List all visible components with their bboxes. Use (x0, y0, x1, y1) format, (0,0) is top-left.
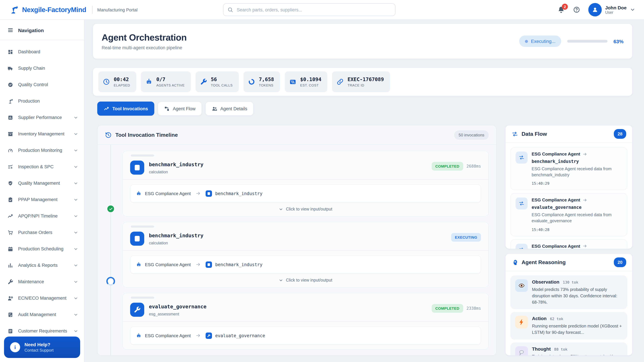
stat-value: 0/7 (156, 76, 185, 82)
page-header-panel: Agent Orchestration Real-time multi-agen… (92, 23, 632, 59)
swap-arrows-icon (516, 151, 528, 164)
progress-bar (567, 40, 608, 42)
stats-panel: 00:42 ELAPSED 0/7 AGENTS ACTIVE 56 (92, 67, 632, 96)
sidebar-item[interactable]: Supply Chain (0, 60, 84, 76)
sidebar-item[interactable]: ECN/ECO Management (0, 290, 84, 306)
sidebar-item[interactable]: Production (0, 93, 84, 109)
data-flow-item-desc: ESG Compliance Agent received data from … (532, 212, 622, 224)
agent-reasoning-header: Agent Reasoning 20 (506, 254, 632, 271)
arrow-right-icon (196, 262, 201, 267)
sidebar-item[interactable]: Inspection & SPC (0, 159, 84, 175)
sidebar-item[interactable]: Production Scheduling (0, 241, 84, 257)
data-flow-panel: Data Flow 28 ESG Compliance Agent (505, 125, 632, 249)
hamburger-menu-icon[interactable] (8, 27, 14, 33)
head-gear-icon (512, 259, 518, 266)
invocation-card[interactable]: evaluate_governance esg_assessment COMPL… (122, 293, 489, 350)
sidebar-item-label: Customer Requirements (18, 329, 69, 334)
sidebar-item[interactable]: Maintenance (0, 274, 84, 290)
sidebar-item-label: APQP/NPI Timeline (18, 214, 69, 219)
content-columns: Tool Invocation Timeline 50 invocations (97, 125, 632, 356)
duration-label: 2688ms (466, 164, 481, 169)
sidebar-item-icon (8, 213, 14, 219)
notifications-bell-icon[interactable]: 2 (558, 6, 565, 13)
sidebar-item[interactable]: Purchase Orders (0, 224, 84, 241)
invocation-card[interactable]: benchmark_industry calculation EXECUTING (122, 222, 489, 288)
sidebar-item[interactable]: Dashboard (0, 43, 84, 60)
tab-label: Agent Flow (173, 106, 196, 111)
sidebar: Navigation Dashboard Supply Chain (0, 20, 84, 362)
need-help-card[interactable]: i Need Help? Contact Support (4, 337, 80, 358)
sidebar-item[interactable]: Supplier Performance (0, 109, 84, 126)
sidebar-item[interactable]: Production Monitoring (0, 142, 84, 159)
flow-tool-name: evaluate_governance (215, 333, 265, 338)
chevron-down-icon (630, 7, 635, 12)
reasoning-tokens: 130 tok (563, 280, 578, 285)
sidebar-item-label: Quality Control (18, 82, 78, 87)
tool-name: benchmark_industry (149, 161, 204, 168)
stat-value: 7,658 (259, 76, 274, 82)
tool-name: benchmark_industry (149, 232, 204, 239)
invocation-card[interactable]: benchmark_industry calculation COMPLETED… (122, 151, 489, 217)
sidebar-item-icon (8, 328, 14, 334)
data-flow-item[interactable]: ESG Compliance Agent assess_social_metri… (510, 239, 627, 249)
data-flow-item-title: ESG Compliance Agent benchmark_industry (532, 151, 622, 164)
agent-tool-flow: ESG Compliance Agent evaluate_governance (130, 327, 481, 345)
page-subtitle: Real-time multi-agent execution pipeline (102, 45, 187, 50)
status-badge: COMPLETED (432, 304, 463, 313)
sidebar-item[interactable]: Analytics & Reports (0, 257, 84, 274)
expand-io-toggle[interactable]: Click to view input/output (130, 278, 481, 283)
user-menu[interactable]: John Doe User (588, 3, 635, 16)
tool-category: calculation (149, 241, 204, 245)
sidebar-item[interactable]: Quality Management (0, 175, 84, 191)
sidebar-item-label: Audit Management (18, 312, 69, 317)
stat-card: 00:42 ELAPSED (98, 71, 136, 92)
agent-reasoning-count-badge: 20 (614, 257, 626, 267)
reasoning-tokens: 88 tok (554, 347, 568, 352)
swap-arrows-icon (512, 131, 518, 137)
sidebar-item[interactable]: APQP/NPI Timeline (0, 208, 84, 224)
sidebar-item-label: ECN/ECO Management (18, 296, 69, 301)
timeline-body: benchmark_industry calculation COMPLETED… (98, 145, 496, 355)
data-flow-item[interactable]: ESG Compliance Agent evaluate_governance… (510, 193, 627, 236)
timeline-title: Tool Invocation Timeline (116, 132, 451, 138)
sidebar-item-label: Quality Management (18, 181, 69, 186)
tab[interactable]: Agent Details (205, 102, 254, 116)
topbar: Nexgile-FactoryMind Manufacturing Portal… (0, 0, 644, 20)
tab-label: Tool Invocations (112, 106, 148, 111)
brand[interactable]: Nexgile-FactoryMind Manufacturing Portal (9, 5, 138, 15)
chevron-down-icon (74, 247, 78, 251)
sidebar-item[interactable]: PPAP Management (0, 191, 84, 208)
reasoning-item-icon (515, 346, 528, 356)
sidebar-item[interactable]: Quality Control (0, 76, 84, 93)
stat-value: 00:42 (114, 76, 130, 82)
card-divider (123, 322, 488, 322)
help-icon[interactable] (573, 6, 580, 13)
tool-mini-icon (206, 190, 212, 197)
stat-card: 56 TOOL CALLS (196, 71, 239, 92)
sidebar-item-label: Production (18, 98, 78, 104)
sidebar-item-icon (8, 131, 14, 137)
agent-name: ESG Compliance Agent (145, 333, 191, 338)
status-label: Executing... (531, 38, 556, 44)
flow-to: evaluate_governance (532, 205, 582, 210)
agent-name: ESG Compliance Agent (145, 191, 191, 196)
data-flow-item[interactable]: ESG Compliance Agent benchmark_industry … (510, 147, 627, 190)
sidebar-item-label: PPAP Management (18, 197, 69, 202)
tab[interactable]: Agent Flow (158, 102, 202, 116)
tab-icon (164, 106, 170, 111)
sidebar-item-icon (8, 262, 14, 268)
sidebar-item[interactable]: Inventory Management (0, 126, 84, 142)
tab[interactable]: Tool Invocations (97, 102, 154, 116)
arrow-right-icon (196, 333, 201, 338)
tool-invocation-timeline-panel: Tool Invocation Timeline 50 invocations (97, 125, 496, 356)
sidebar-item-icon (8, 312, 14, 318)
expand-io-toggle[interactable]: Click to view input/output (130, 207, 481, 212)
stat-card: 0/7 AGENTS ACTIVE (141, 71, 191, 92)
card-header: benchmark_industry calculation EXECUTING (130, 232, 481, 246)
right-column: Data Flow 28 ESG Compliance Agent (505, 125, 632, 356)
search-input[interactable] (223, 3, 396, 16)
chevron-down-icon (279, 207, 283, 211)
reasoning-item-icon (515, 316, 528, 329)
sidebar-item[interactable]: Audit Management (0, 306, 84, 323)
data-flow-item-title: ESG Compliance Agent evaluate_governance (532, 198, 622, 210)
